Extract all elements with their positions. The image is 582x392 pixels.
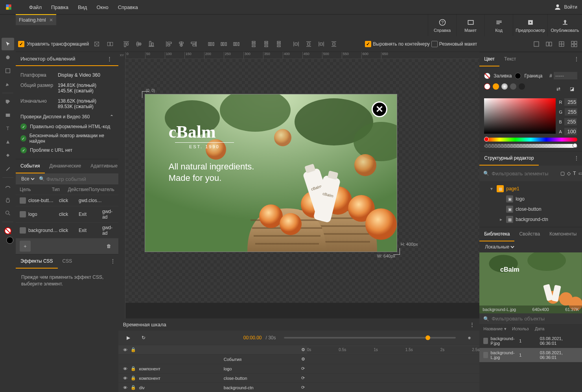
lock-icon[interactable]: 🔒 (131, 375, 136, 381)
spacing-1[interactable] (291, 39, 302, 50)
ad-canvas[interactable]: cBalm cBalm cBalm EST. 1990 All natural … (145, 94, 397, 252)
swatch-none[interactable] (484, 83, 490, 90)
event-row[interactable]: logoclickExitgwd-ad (16, 206, 118, 222)
library-group-select[interactable]: Локальные (483, 244, 516, 250)
events-filter-input[interactable] (46, 176, 114, 182)
tool-fill[interactable] (2, 149, 14, 162)
filter-comp-icon[interactable]: ◇ (567, 168, 571, 179)
stage-canvas[interactable]: (0, 0) (125, 59, 479, 303)
menu-file[interactable]: Файл (25, 2, 46, 13)
swatch[interactable] (493, 83, 499, 90)
g-input[interactable] (565, 108, 577, 116)
ruler-vertical[interactable] (118, 59, 125, 318)
library-row[interactable]: background-L.jpg 1 03.08.2021, 06:36:01 (479, 348, 582, 362)
event-row[interactable]: close-butt…clickgwd.clos… (16, 195, 118, 206)
container-icon-2[interactable] (543, 39, 554, 50)
toolbar-preview[interactable]: Предпросмотр (513, 15, 547, 36)
play-button[interactable]: ▶ (123, 332, 134, 343)
align-hcenter[interactable] (176, 39, 187, 50)
tool-motion-path[interactable] (2, 180, 14, 193)
tool-3d-rotate[interactable] (2, 51, 14, 64)
align-top[interactable] (121, 39, 132, 50)
tab-events[interactable]: События (16, 159, 45, 173)
tab-text[interactable]: Текст (499, 52, 521, 66)
tool-swatch-fg[interactable] (2, 225, 14, 237)
tool-text[interactable]: T (2, 122, 14, 135)
filter-div-icon[interactable]: ▭ (578, 168, 582, 179)
tool-hand[interactable] (2, 193, 14, 206)
align-icon-1[interactable] (91, 39, 102, 50)
border-swatch[interactable] (515, 73, 521, 79)
filter-img-icon[interactable]: ▢ (560, 168, 565, 179)
tab-css-effects[interactable]: Эффекты CSS (16, 254, 58, 269)
loop-button[interactable]: ↻ (138, 332, 149, 343)
menu-edit[interactable]: Правка (47, 2, 72, 13)
add-event-button[interactable]: ＋ (20, 241, 31, 252)
timeline-row[interactable]: 👁🔒компонентclose-button⟳ (118, 373, 479, 383)
toolbar-layout[interactable]: Макет (456, 15, 484, 36)
swap-colors-icon[interactable]: ⇄ (553, 83, 564, 94)
timeline-zoom-slider[interactable] (284, 337, 456, 339)
sort-icon[interactable]: ▾ (504, 326, 506, 331)
hex-input[interactable] (554, 72, 577, 79)
toolbar-help[interactable]: ? Справка (428, 15, 456, 36)
color-menu-icon[interactable]: ⋮ (571, 52, 582, 66)
tool-selection[interactable] (2, 38, 14, 50)
toolbar-publish[interactable]: Опубликовать (547, 15, 582, 36)
tool-tag[interactable] (2, 96, 14, 108)
fill-swatch[interactable] (484, 73, 490, 79)
library-filter[interactable] (492, 316, 578, 322)
eye-icon[interactable]: 👁 (123, 348, 127, 352)
swatch[interactable] (510, 83, 516, 90)
lock-icon[interactable]: 🔒 (131, 347, 136, 352)
chevron-up-icon[interactable]: ⌃ (110, 114, 114, 120)
color-gradient[interactable] (484, 98, 556, 134)
login-button[interactable]: Войти (554, 3, 577, 11)
event-row[interactable]: background…clickExitgwd-ad (16, 222, 118, 238)
tab-color[interactable]: Цвет (479, 52, 499, 66)
dist-v2[interactable] (261, 39, 272, 50)
spacing-2[interactable] (303, 39, 314, 50)
eye-icon[interactable]: 👁 (123, 376, 127, 381)
timeline-menu-icon[interactable]: ⋮ (470, 322, 475, 328)
library-thumbnail[interactable]: cBalm background-L.jpg 640x400 61.27K (479, 252, 582, 313)
menu-help[interactable]: Справка (114, 2, 142, 13)
close-tab-icon[interactable]: ✕ (49, 17, 53, 23)
b-input[interactable] (564, 118, 577, 125)
container-icon-3[interactable] (556, 39, 567, 50)
ruler-horizontal[interactable]: 050100150200250300350400450500550600650 (125, 52, 479, 59)
events-filter-select[interactable]: Все (20, 176, 36, 182)
tree-item[interactable]: ▸▦background-ctn (479, 214, 582, 225)
timeline-row[interactable]: 👁🔒компонентlogo⟳ (118, 364, 479, 373)
checkbox-fluid[interactable] (431, 41, 438, 47)
spacing-3[interactable] (316, 39, 327, 50)
lock-icon[interactable]: 🔒 (131, 366, 136, 371)
timeline-row[interactable]: 👁🔒divbackground-ctn⟳ (118, 383, 479, 392)
checkbox-manage-transform[interactable]: ✓ (18, 41, 24, 47)
menu-view[interactable]: Вид (74, 2, 91, 13)
lock-icon[interactable]: 🔒 (131, 385, 136, 390)
tool-zoom[interactable] (2, 207, 14, 219)
spacing-4[interactable] (328, 39, 339, 50)
container-icon-4[interactable] (569, 39, 580, 50)
tool-rect[interactable] (2, 109, 14, 121)
tool-pen[interactable] (2, 78, 14, 90)
eye-icon[interactable]: 👁 (123, 366, 127, 371)
dist-h2[interactable] (218, 39, 229, 50)
tab-css[interactable]: CSS (58, 254, 77, 269)
dist-v3[interactable] (273, 39, 284, 50)
filter-text-icon[interactable]: T (573, 168, 576, 179)
timeline-settings-icon[interactable]: ⎈ (464, 332, 475, 343)
container-icon-1[interactable] (531, 39, 542, 50)
align-icon-2[interactable] (105, 39, 116, 50)
hue-slider[interactable] (484, 138, 577, 142)
a-input[interactable] (564, 128, 577, 135)
checkbox-align-container[interactable]: ✓ (365, 41, 371, 47)
add-swatch-icon[interactable]: ◪ (566, 83, 577, 94)
tab-outliner[interactable]: Структурный редактор (479, 151, 538, 166)
tool-shape[interactable] (2, 136, 14, 148)
alpha-slider[interactable] (484, 144, 577, 148)
tab-properties[interactable]: Свойства (514, 227, 545, 241)
css-menu-icon[interactable]: ⋮ (107, 254, 118, 269)
document-tab[interactable]: Floating.html ✕ (16, 14, 56, 25)
